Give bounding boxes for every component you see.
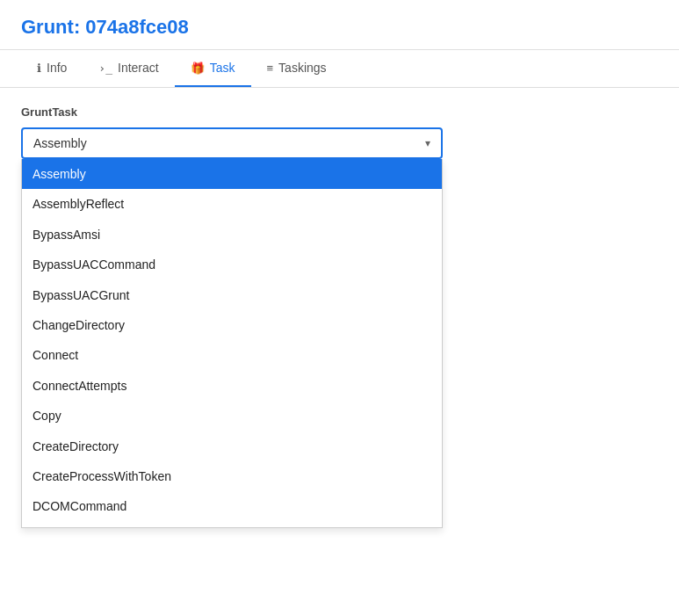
tab-interact[interactable]: ›_ Interact [83,50,174,87]
section-label: GruntTask [21,105,658,119]
dropdown-options-list: Assembly AssemblyReflect BypassAmsi Bypa… [21,159,443,528]
dropdown-option-connect[interactable]: Connect [22,340,442,370]
chevron-down-icon: ▾ [425,137,430,149]
dropdown-option-copy[interactable]: Copy [22,401,442,431]
dropdown-option-changedirectory[interactable]: ChangeDirectory [22,310,442,340]
taskings-icon: ≡ [267,62,274,75]
dropdown-wrapper: Assembly ▾ Assembly AssemblyReflect Bypa… [21,127,443,159]
tab-taskings[interactable]: ≡ Taskings [251,50,343,87]
interact-icon: ›_ [98,62,112,75]
tab-info[interactable]: ℹ Info [21,50,83,87]
main-content: GruntTask Assembly ▾ Assembly AssemblyRe… [0,88,679,177]
dropdown-option-connectattempts[interactable]: ConnectAttempts [22,371,442,401]
tabs-nav: ℹ Info ›_ Interact 🎁 Task ≡ Taskings [0,50,679,88]
dropdown-option-assembly[interactable]: Assembly [22,159,442,189]
grunt-task-dropdown[interactable]: Assembly ▾ [21,127,443,159]
dropdown-option-dcomcommand[interactable]: DCOMCommand [22,491,442,521]
dropdown-option-createdirectory[interactable]: CreateDirectory [22,431,442,461]
tab-task[interactable]: 🎁 Task [175,50,251,87]
dropdown-option-bypassuacgrunt[interactable]: BypassUACGrunt [22,280,442,310]
dropdown-option-bypassamsi[interactable]: BypassAmsi [22,220,442,250]
info-icon: ℹ [37,62,41,75]
dropdown-option-bypassuaccommand[interactable]: BypassUACCommand [22,250,442,279]
page-header: Grunt: 074a8fce08 [0,0,679,50]
task-icon: 🎁 [191,62,205,75]
dropdown-option-dcomgrunt[interactable]: DCOMGrunt [22,522,442,528]
dropdown-option-createprocesswithtoken[interactable]: CreateProcessWithToken [22,461,442,491]
page-title: Grunt: 074a8fce08 [21,16,658,39]
dropdown-option-assemblyreflect[interactable]: AssemblyReflect [22,189,442,219]
dropdown-selected-value: Assembly [33,136,87,150]
